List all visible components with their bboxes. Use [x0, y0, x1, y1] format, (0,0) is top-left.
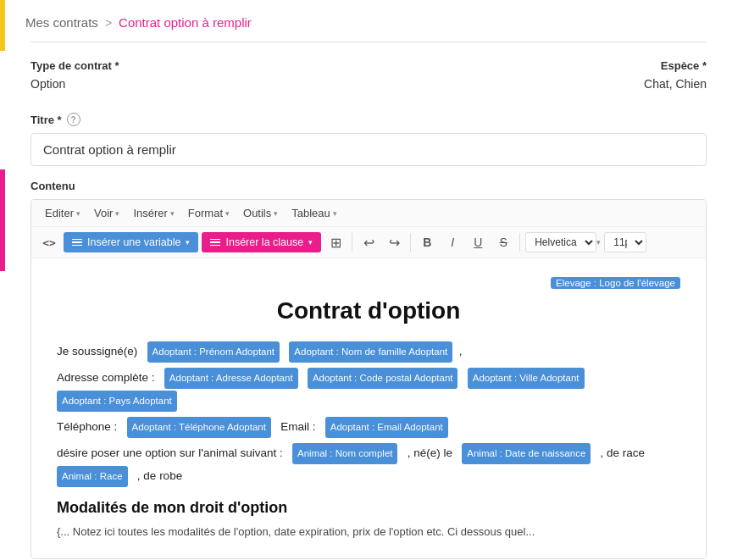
breadcrumb-current: Contrat option à remplir	[119, 15, 252, 30]
menu-bar: Editer ▾ Voir ▾ Insérer ▾ Format ▾ Outil…	[31, 200, 706, 227]
underline-button[interactable]: U	[467, 231, 489, 253]
font-chevron: ▾	[596, 238, 601, 247]
tag-email[interactable]: Adoptant : Email Adoptant	[325, 417, 448, 438]
tag-adresse[interactable]: Adoptant : Adresse Adoptant	[164, 368, 298, 389]
species-col: Espèce * Chat, Chien	[644, 59, 707, 91]
editor-content: Elevage : Logo de l'élevage Contrat d'op…	[31, 258, 706, 558]
tag-ville[interactable]: Adoptant : Ville Adoptant	[468, 368, 585, 389]
tag-nom-complet[interactable]: Animal : Nom complet	[292, 443, 397, 464]
redo-button[interactable]: ↪	[383, 231, 405, 253]
line4-mid: , né(e) le	[408, 446, 452, 459]
contract-type-label: Type de contrat *	[30, 59, 119, 72]
line4-prefix: désire poser une option sur l'animal sui…	[57, 446, 283, 459]
outils-chevron: ▾	[274, 209, 278, 218]
line2-prefix: Adresse complète :	[57, 371, 155, 384]
tag-date-naissance[interactable]: Animal : Date de naissance	[462, 443, 591, 464]
table-icon-button[interactable]: ⊞	[324, 231, 347, 253]
toolbar-separator-3	[519, 233, 520, 252]
insert-clause-label: Insérer la clause	[225, 236, 303, 248]
code-button[interactable]: <>	[38, 231, 60, 253]
inserer-chevron: ▾	[170, 209, 175, 218]
menu-tableau[interactable]: Tableau ▾	[285, 203, 344, 223]
title-section: Titre * ?	[30, 104, 707, 180]
line1-prefix: Je soussigné(e)	[57, 345, 137, 358]
menu-format[interactable]: Format ▾	[181, 203, 236, 223]
content-line-1: Je soussigné(e) Adoptant : Prénom Adopta…	[57, 340, 680, 363]
contract-type-value: Option	[30, 77, 119, 91]
species-value: Chat, Chien	[644, 77, 707, 91]
content-line-3: Téléphone : Adoptant : Téléphone Adoptan…	[57, 415, 680, 438]
breadcrumb-separator: >	[105, 16, 112, 30]
title-input[interactable]	[30, 133, 707, 166]
tag-nom-famille[interactable]: Adoptant : Nom de famille Adoptant	[289, 341, 452, 363]
contract-type-col: Type de contrat * Option	[30, 59, 119, 91]
line4-mid2: , de race	[601, 446, 646, 459]
menu-voir[interactable]: Voir ▾	[87, 203, 126, 223]
line4-end: , de robe	[137, 469, 182, 482]
tag-pays[interactable]: Adoptant : Pays Adoptant	[57, 391, 177, 412]
insert-variable-button[interactable]: Insérer une variable ▾	[64, 232, 198, 252]
insert-variable-label: Insérer une variable	[87, 236, 180, 248]
insert-variable-chevron: ▾	[186, 238, 190, 247]
section-heading: Modalités de mon droit d'option	[57, 499, 680, 517]
insert-variable-lines-icon	[72, 239, 82, 247]
menu-outils[interactable]: Outils ▾	[236, 203, 285, 223]
contenu-label: Contenu	[30, 180, 707, 192]
form-row-contract: Type de contrat * Option Espèce * Chat, …	[30, 42, 707, 104]
help-icon[interactable]: ?	[67, 113, 80, 126]
tag-code-postal[interactable]: Adoptant : Code postal Adoptant	[308, 368, 458, 389]
tableau-chevron: ▾	[333, 209, 337, 218]
toolbar-separator-1	[352, 233, 352, 252]
species-label: Espèce *	[644, 59, 707, 72]
line3-prefix: Téléphone :	[57, 420, 117, 433]
insert-clause-button[interactable]: Insérer la clause ▾	[202, 232, 321, 252]
toolbar-row: <> Insérer une variable ▾	[31, 227, 706, 258]
tag-race[interactable]: Animal : Race	[57, 466, 128, 487]
breadcrumb-link[interactable]: Mes contrats	[25, 15, 98, 30]
font-select[interactable]: Helvetica	[525, 232, 596, 252]
tag-prenom[interactable]: Adoptant : Prénom Adoptant	[147, 341, 280, 363]
italic-button[interactable]: I	[441, 231, 463, 253]
voir-chevron: ▾	[115, 209, 119, 218]
toolbar-separator-2	[410, 233, 411, 252]
menu-inserer[interactable]: Insérer ▾	[126, 203, 180, 223]
size-select[interactable]: 11pt	[604, 232, 646, 252]
tag-telephone[interactable]: Adoptant : Téléphone Adoptant	[127, 417, 271, 438]
insert-clause-chevron: ▾	[308, 238, 313, 247]
doc-title: Contrat d'option	[57, 297, 680, 324]
format-chevron: ▾	[225, 209, 230, 218]
bold-button[interactable]: B	[416, 231, 438, 253]
content-line-2: Adresse complète : Adoptant : Adresse Ad…	[57, 366, 680, 412]
editor-wrapper: Editer ▾ Voir ▾ Insérer ▾ Format ▾ Outil…	[30, 199, 707, 559]
menu-editer[interactable]: Editer ▾	[38, 203, 87, 223]
tag-elevage[interactable]: Elevage : Logo de l'élevage	[551, 277, 680, 289]
undo-button[interactable]: ↩	[358, 231, 380, 253]
breadcrumb: Mes contrats > Contrat option à remplir	[0, 0, 732, 42]
section-body: {... Notez ici toutes les modalités de l…	[57, 524, 680, 541]
strikethrough-button[interactable]: S	[492, 231, 514, 253]
insert-clause-lines-icon	[210, 239, 220, 247]
title-label: Titre * ?	[30, 113, 707, 126]
content-line-4: désire poser une option sur l'animal sui…	[57, 441, 680, 487]
line3-email: Email :	[280, 420, 315, 433]
editer-chevron: ▾	[76, 209, 80, 218]
